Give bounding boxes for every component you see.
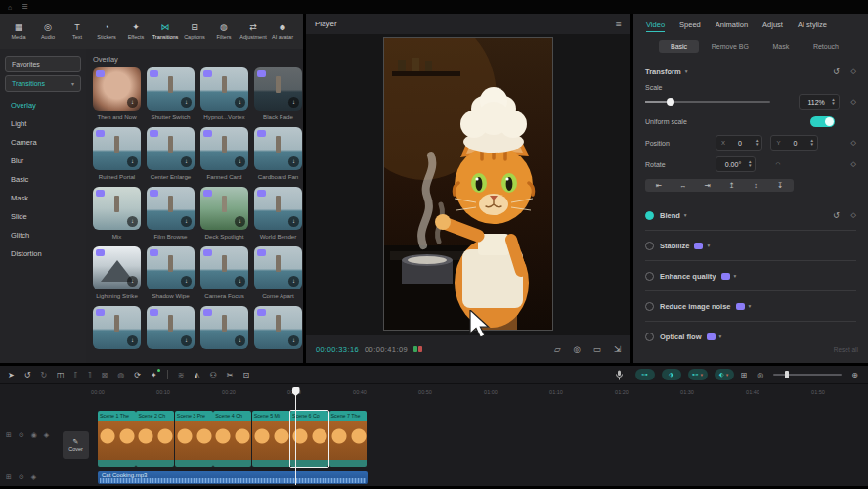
transition-item[interactable]: ↓ Hypnot...Vortex	[200, 67, 248, 120]
rotate-stepper[interactable]: 0.00° ▲▼	[716, 156, 756, 172]
alignment-icon[interactable]: ↔	[673, 181, 694, 190]
video-frame[interactable]	[384, 38, 552, 330]
download-icon[interactable]: ↓	[127, 97, 138, 108]
slider-knob[interactable]	[667, 98, 674, 106]
download-icon[interactable]: ↓	[127, 335, 138, 346]
transition-thumbnail[interactable]: ↓	[147, 246, 195, 289]
track-header-icon[interactable]: ⊙	[19, 431, 24, 439]
transition-thumbnail[interactable]: ↓	[200, 306, 248, 349]
transition-thumbnail[interactable]: ↓	[200, 127, 248, 170]
timeline-tool-icon[interactable]: ⟧	[88, 371, 92, 379]
sidebar-category[interactable]: Distortion	[0, 244, 86, 263]
timeline-tool-icon[interactable]: ≋	[178, 371, 185, 379]
timeline-toggle-pill[interactable]: ⬗	[662, 369, 681, 380]
timeline-toggle-pill[interactable]: ⊶	[635, 369, 655, 380]
transition-item[interactable]: ↓ Lightning Strike	[93, 246, 141, 299]
sidebar-category[interactable]: Glitch	[0, 226, 86, 244]
alignment-icon[interactable]: ⇥	[697, 181, 718, 190]
cover-button[interactable]: ✎ Cover	[63, 431, 89, 459]
transition-item[interactable]: ↓	[254, 306, 302, 352]
track-header-icon[interactable]: ◈	[44, 431, 49, 439]
player-control-icon[interactable]: ▭	[593, 344, 601, 354]
sidebar-category[interactable]: Mask	[0, 189, 86, 207]
microphone-icon[interactable]	[615, 370, 624, 380]
inspector-tab[interactable]: AI stylize	[798, 21, 827, 32]
transition-item[interactable]: ↓ Center Enlarge	[147, 127, 195, 180]
chevron-icon[interactable]: ▾	[707, 243, 710, 248]
inspector-tab[interactable]: Speed	[679, 21, 701, 32]
download-icon[interactable]: ↓	[127, 276, 138, 287]
track-header-icon[interactable]: ◉	[31, 431, 37, 439]
transition-thumbnail[interactable]: ↓	[254, 67, 302, 111]
download-icon[interactable]: ↓	[181, 216, 192, 227]
top-tab[interactable]: ⊟ Captions	[180, 22, 209, 40]
transition-item[interactable]: ↓ Shutter Switch	[147, 67, 195, 120]
uniform-scale-toggle[interactable]	[810, 116, 835, 127]
download-icon[interactable]: ↓	[127, 156, 138, 167]
timeline-toggle-pill[interactable]: ⊷	[688, 369, 708, 380]
transition-thumbnail[interactable]: ↓	[200, 67, 248, 111]
sidebar-category[interactable]: Light	[0, 114, 86, 133]
preview-canvas[interactable]	[306, 34, 630, 335]
timeline-right-icon[interactable]: ⊞	[741, 371, 748, 379]
player-options-icon[interactable]: ≣	[615, 20, 622, 28]
keyframe-icon[interactable]: ◇	[851, 160, 856, 168]
download-icon[interactable]: ↓	[127, 216, 138, 227]
timeline-tool-icon[interactable]: ⚇	[210, 371, 217, 379]
transition-item[interactable]: ↓ Cardboard Fan	[254, 127, 302, 180]
timeline-tool-icon[interactable]: ✂	[227, 371, 234, 379]
top-tab[interactable]: ⇄ Adjustment	[239, 22, 268, 40]
timeline-tool-icon[interactable]: ↻	[40, 371, 47, 379]
timeline-zoom-slider[interactable]	[773, 374, 842, 376]
inspector-subtab[interactable]: Remove BG	[700, 40, 760, 53]
window-menu-icon[interactable]: ⌂	[8, 4, 12, 11]
sidebar-category[interactable]: Camera	[0, 133, 86, 152]
transition-thumbnail[interactable]: ↓	[254, 306, 302, 349]
chevron-icon[interactable]: ▾	[749, 303, 752, 309]
zoom-in-icon[interactable]: ⊕	[851, 371, 858, 379]
timeline-tool-icon[interactable]: ↺	[24, 371, 31, 379]
download-icon[interactable]: ↓	[288, 276, 299, 287]
video-clip[interactable]: Scene 3 Pre	[175, 411, 213, 467]
alignment-icon[interactable]: ↧	[769, 181, 791, 190]
timeline-tool-icon[interactable]: ◍	[117, 371, 124, 379]
inspector-subtab[interactable]: Retouch	[802, 40, 850, 53]
timeline-tool-icon[interactable]	[167, 370, 168, 379]
transition-thumbnail[interactable]: ↓	[147, 67, 195, 111]
timeline-tool-icon[interactable]: ⊠	[102, 371, 108, 379]
inspector-tab[interactable]: Animation	[716, 21, 748, 32]
feature-checkbox[interactable]	[645, 333, 654, 341]
clip-thumbnails[interactable]	[329, 421, 368, 460]
timeline-tool-icon[interactable]: ⟳	[134, 371, 141, 379]
audio-clip[interactable]: Cat Cooking.mp3	[98, 471, 368, 484]
category-dropdown[interactable]: Transitions ▾	[5, 75, 81, 92]
position-y-stepper[interactable]: Y 0 ▲▼	[770, 135, 817, 151]
transition-item[interactable]: ↓	[93, 306, 141, 352]
transition-item[interactable]: ↓ Camera Focus	[200, 246, 248, 299]
favorites-button[interactable]: Favorites	[5, 56, 81, 72]
transition-item[interactable]: ↓ Fanned Card	[200, 127, 248, 180]
scale-stepper[interactable]: 112% ▲▼	[799, 94, 839, 110]
player-control-icon[interactable]: ◎	[573, 344, 580, 354]
transition-thumbnail[interactable]: ↓	[147, 187, 195, 230]
chevron-icon[interactable]: ▾	[719, 333, 722, 339]
transition-thumbnail[interactable]: ↓	[200, 187, 248, 230]
download-icon[interactable]: ↓	[288, 335, 299, 346]
feature-checkbox[interactable]	[645, 272, 654, 281]
download-icon[interactable]: ↓	[181, 97, 192, 108]
keyframe-icon[interactable]: ◇	[851, 67, 856, 75]
keyframe-icon[interactable]: ◇	[851, 139, 856, 147]
sidebar-category[interactable]: Basic	[0, 170, 86, 189]
transition-thumbnail[interactable]: ↓	[93, 306, 141, 349]
transition-item[interactable]: ↓ Black Fade	[254, 67, 302, 120]
playhead[interactable]	[295, 387, 296, 485]
video-clip[interactable]: Scene 7 The	[329, 411, 368, 467]
clip-thumbnails[interactable]	[136, 421, 174, 460]
download-icon[interactable]: ↓	[235, 216, 245, 227]
video-clip[interactable]: Scene 4 Ch	[213, 411, 251, 467]
transition-thumbnail[interactable]: ↓	[254, 127, 302, 170]
clip-thumbnails[interactable]	[252, 421, 290, 460]
timeline-tool-icon[interactable]: ◭	[194, 371, 199, 379]
transition-thumbnail[interactable]: ↓	[147, 306, 195, 349]
clip-thumbnails[interactable]	[98, 421, 136, 460]
